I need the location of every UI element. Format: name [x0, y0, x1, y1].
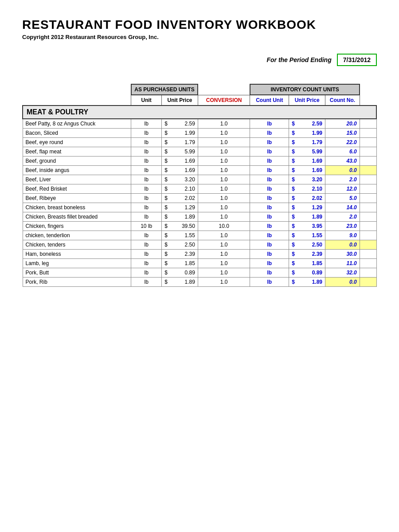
inv-dollar-sign: $: [289, 138, 297, 147]
extra-cell: [360, 175, 376, 184]
unit-price: 1.89: [170, 278, 198, 287]
dollar-sign: $: [162, 240, 170, 250]
inv-unit-price: 1.29: [297, 203, 325, 212]
unit: lb: [131, 259, 162, 268]
unit-price: 1.79: [170, 138, 198, 147]
item-name: Beef, ground: [23, 156, 131, 166]
inv-dollar-sign: $: [289, 259, 297, 268]
conversion: 1.0: [198, 175, 250, 184]
count-no: 23.0: [325, 222, 360, 231]
table-row: Chicken, Breasts fillet breaded lb $ 1.8…: [23, 212, 376, 222]
inv-unit-price: 3.20: [297, 175, 325, 184]
count-no: 20.0: [325, 119, 360, 129]
dollar-sign: $: [162, 231, 170, 240]
count-unit: lb: [250, 166, 289, 175]
unit: lb: [131, 194, 162, 203]
item-name: Chicken, Breasts fillet breaded: [23, 212, 131, 222]
table-row: Beef Patty, 8 oz Angus Chuck lb $ 2.59 1…: [23, 119, 376, 129]
extra-cell: [360, 240, 376, 250]
conversion: 1.0: [198, 156, 250, 166]
extra-cell: [360, 203, 376, 212]
inv-unit-price: 1.85: [297, 259, 325, 268]
inv-unit-price: 1.55: [297, 231, 325, 240]
inv-dollar-sign: $: [289, 194, 297, 203]
count-no: 11.0: [325, 259, 360, 268]
period-value: 7/31/2012: [337, 54, 377, 66]
dollar-sign: $: [162, 212, 170, 222]
item-name: Beef, eye round: [23, 138, 131, 147]
count-no: 12.0: [325, 184, 360, 194]
table-row: Lamb, leg lb $ 1.85 1.0 lb $ 1.85 11.0: [23, 259, 376, 268]
item-name: Lamb, leg: [23, 259, 131, 268]
inv-unit-price: 2.50: [297, 240, 325, 250]
item-name: Beef Patty, 8 oz Angus Chuck: [23, 119, 131, 129]
sub-count-no: Count No.: [325, 95, 360, 106]
count-unit: lb: [250, 175, 289, 184]
count-no: 9.0: [325, 231, 360, 240]
unit-price: 1.69: [170, 166, 198, 175]
table-row: Beef, Red Brisket lb $ 2.10 1.0 lb $ 2.1…: [23, 184, 376, 194]
conversion: 10.0: [198, 222, 250, 231]
table-row: Beef, eye round lb $ 1.79 1.0 lb $ 1.79 …: [23, 138, 376, 147]
dollar-sign: $: [162, 278, 170, 287]
extra-cell: [360, 194, 376, 203]
dollar-sign: $: [162, 147, 170, 156]
item-name: Beef, Ribeye: [23, 194, 131, 203]
inv-unit-price: 1.89: [297, 278, 325, 287]
conversion: 1.0: [198, 138, 250, 147]
unit: lb: [131, 268, 162, 278]
extra-cell: [360, 222, 376, 231]
inv-unit-price: 2.02: [297, 194, 325, 203]
unit: lb: [131, 231, 162, 240]
inv-unit-price: 1.69: [297, 156, 325, 166]
unit-price: 1.99: [170, 129, 198, 138]
sub-unit: Unit: [131, 95, 162, 106]
sub-conversion: CONVERSION: [198, 95, 250, 106]
group-header-row: AS PURCHASED UNITS INVENTORY COUNT UNITS: [23, 84, 376, 95]
unit: lb: [131, 250, 162, 259]
count-no: 5.0: [325, 194, 360, 203]
extra-cell: [360, 259, 376, 268]
as-purchased-header: AS PURCHASED UNITS: [131, 84, 198, 95]
count-no: 0.0: [325, 166, 360, 175]
unit: lb: [131, 138, 162, 147]
extra-cell: [360, 147, 376, 156]
sub-extra: [360, 95, 376, 106]
count-unit: lb: [250, 156, 289, 166]
inv-dollar-sign: $: [289, 250, 297, 259]
extra-cell: [360, 129, 376, 138]
count-no: 2.0: [325, 212, 360, 222]
unit: lb: [131, 175, 162, 184]
count-no: 2.0: [325, 175, 360, 184]
conversion: 1.0: [198, 166, 250, 175]
inv-dollar-sign: $: [289, 231, 297, 240]
count-unit: lb: [250, 231, 289, 240]
count-no: 0.0: [325, 240, 360, 250]
unit: lb: [131, 147, 162, 156]
item-name: Chicken, fingers: [23, 222, 131, 231]
inv-dollar-sign: $: [289, 240, 297, 250]
item-name: Ham, boneless: [23, 250, 131, 259]
inv-dollar-sign: $: [289, 166, 297, 175]
dollar-sign: $: [162, 175, 170, 184]
inv-dollar-sign: $: [289, 212, 297, 222]
inv-unit-price: 1.89: [297, 212, 325, 222]
item-name: chicken, tenderlion: [23, 231, 131, 240]
conversion: 1.0: [198, 231, 250, 240]
empty-header-1: [23, 84, 131, 95]
extra-cell: [360, 278, 376, 287]
inv-dollar-sign: $: [289, 203, 297, 212]
unit-price: 0.89: [170, 268, 198, 278]
table-row: Pork, Rib lb $ 1.89 1.0 lb $ 1.89 0.0: [23, 278, 376, 287]
inv-dollar-sign: $: [289, 222, 297, 231]
sub-empty: [23, 95, 131, 106]
extra-cell: [360, 184, 376, 194]
inv-dollar-sign: $: [289, 278, 297, 287]
dollar-sign: $: [162, 129, 170, 138]
extra-cell: [360, 268, 376, 278]
dollar-sign: $: [162, 250, 170, 259]
copyright-text: Copyright 2012 Restaurant Resources Grou…: [22, 34, 377, 40]
count-no: 43.0: [325, 156, 360, 166]
extra-cell: [360, 231, 376, 240]
unit-price: 1.89: [170, 212, 198, 222]
